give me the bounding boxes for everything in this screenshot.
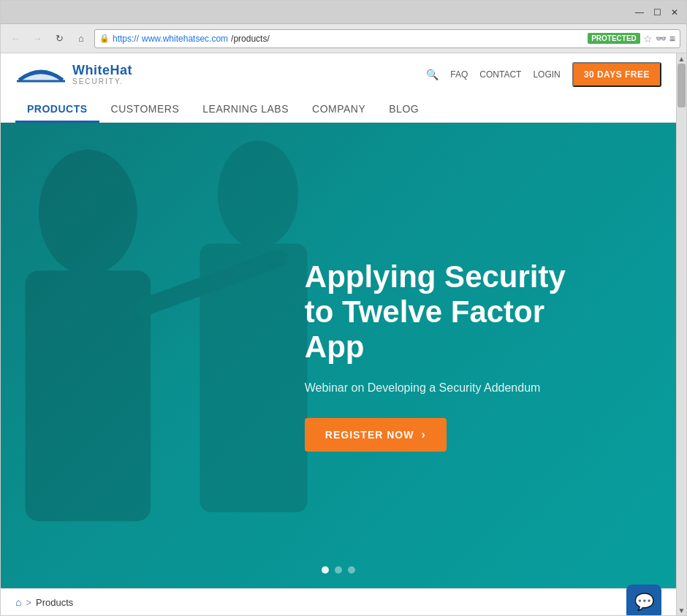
back-button[interactable]: ← (7, 30, 24, 47)
nav-item-products[interactable]: PRODUCTS (15, 96, 99, 122)
logo-brand-name: WhiteHat (72, 64, 132, 78)
scroll-up-button[interactable]: ▲ (678, 53, 686, 64)
scrollbar[interactable]: ▲ ▼ (676, 53, 686, 615)
carousel-dot-3[interactable] (348, 566, 355, 574)
hero-content: Applying Security to Twelve Factor App W… (305, 230, 612, 481)
logo-hat-icon (15, 59, 67, 90)
search-icon[interactable]: 🔍 (426, 69, 439, 80)
home-button[interactable]: ⌂ (72, 30, 90, 47)
site-header: WhiteHat SECURITY. 🔍 FAQ CONTACT LOGIN 3… (1, 53, 676, 123)
nav-item-learning-labs[interactable]: LEARNING LABS (191, 96, 300, 122)
svg-point-3 (218, 141, 298, 248)
hero-banner: Applying Security to Twelve Factor App W… (1, 123, 676, 588)
login-link[interactable]: LOGIN (533, 69, 560, 80)
maximize-button[interactable]: ☐ (651, 7, 663, 18)
address-actions: PROTECTED ☆ 👓 ≡ (588, 33, 675, 45)
scroll-down-button[interactable]: ▼ (678, 605, 686, 615)
address-url-protocol: https:// (113, 34, 139, 44)
logo-area: WhiteHat SECURITY. (15, 59, 132, 90)
svg-rect-2 (26, 270, 151, 521)
breadcrumb-separator: > (26, 597, 31, 608)
address-bar[interactable]: 🔒 https://www.whitehatsec.com/products/ … (94, 29, 680, 48)
nav-item-customers[interactable]: CUSTOMERS (99, 96, 191, 122)
breadcrumb-home-icon[interactable]: ⌂ (15, 596, 21, 608)
hero-cta-label: REGISTER NOW (325, 429, 414, 441)
scrollbar-track (677, 64, 686, 605)
carousel-dot-2[interactable] (335, 566, 342, 574)
logo-brand-tagline: SECURITY. (72, 77, 132, 85)
site-nav: PRODUCTS CUSTOMERS LEARNING LABS COMPANY… (15, 93, 661, 122)
browser-content-area: WhiteHat SECURITY. 🔍 FAQ CONTACT LOGIN 3… (1, 53, 686, 615)
register-now-button[interactable]: REGISTER NOW › (305, 418, 447, 452)
breadcrumb-current-page: Products (36, 597, 73, 608)
hero-title: Applying Security to Twelve Factor App (305, 259, 597, 365)
close-button[interactable]: ✕ (669, 7, 680, 18)
hero-carousel-dots (322, 566, 355, 574)
browser-menu-icon[interactable]: ≡ (669, 33, 675, 45)
minimize-button[interactable]: — (634, 7, 645, 18)
svg-point-1 (39, 150, 137, 275)
scrollbar-thumb[interactable] (677, 64, 686, 107)
address-url-domain: www.whitehatsec.com (142, 34, 228, 44)
free-trial-button[interactable]: 30 DAYS FREE (572, 62, 661, 87)
title-bar: — ☐ ✕ (1, 1, 686, 24)
forward-button[interactable]: → (29, 30, 46, 47)
nav-item-blog[interactable]: BLOG (377, 96, 430, 122)
hero-cta-chevron-icon: › (421, 428, 425, 441)
reader-mode-icon[interactable]: 👓 (656, 34, 667, 44)
browser-nav-bar: ← → ↻ ⌂ 🔒 https://www.whitehatsec.com/pr… (1, 24, 686, 53)
page-content: WhiteHat SECURITY. 🔍 FAQ CONTACT LOGIN 3… (1, 53, 676, 615)
ssl-lock-icon: 🔒 (99, 34, 110, 43)
protected-badge: PROTECTED (588, 33, 640, 44)
address-url-path: /products/ (231, 34, 270, 44)
chat-button[interactable]: 💬 (626, 585, 661, 615)
hero-subtitle: Webinar on Developing a Security Addendu… (305, 380, 597, 396)
faq-link[interactable]: FAQ (450, 69, 468, 80)
breadcrumb-bar: ⌂ > Products 💬 (1, 588, 676, 615)
bookmark-icon[interactable]: ☆ (643, 33, 653, 45)
refresh-button[interactable]: ↻ (50, 30, 68, 47)
carousel-dot-1[interactable] (322, 566, 329, 574)
header-right: 🔍 FAQ CONTACT LOGIN 30 DAYS FREE (426, 62, 661, 87)
logo-text: WhiteHat SECURITY. (72, 64, 132, 86)
header-top: WhiteHat SECURITY. 🔍 FAQ CONTACT LOGIN 3… (15, 53, 661, 93)
contact-link[interactable]: CONTACT (479, 69, 521, 80)
nav-item-company[interactable]: COMPANY (300, 96, 377, 122)
